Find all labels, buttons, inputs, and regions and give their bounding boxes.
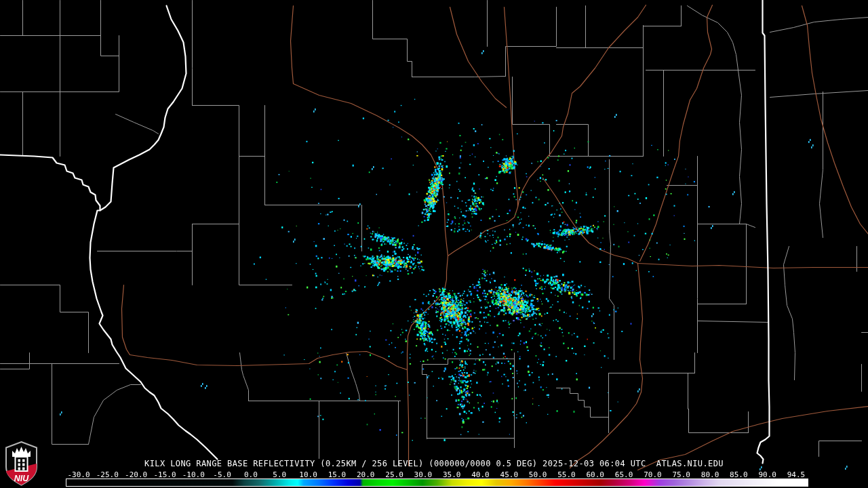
colorbar [66,479,808,487]
radar-map-canvas [0,0,868,488]
radar-viewer: KILX LONG RANGE BASE REFLECTIVITY (0.25K… [0,0,868,488]
niu-castle-tower-icon [16,457,28,471]
niu-logo-text: NIU [14,474,30,483]
niu-logo: NIU [5,441,38,486]
colorbar-gradient-bar [66,479,808,486]
radar-caption: KILX LONG RANGE BASE REFLECTIVITY (0.25K… [0,459,868,468]
colorbar-tick-labels: -30.0-25.0-20.0-15.0-10.0-5.00.05.010.01… [0,470,868,479]
